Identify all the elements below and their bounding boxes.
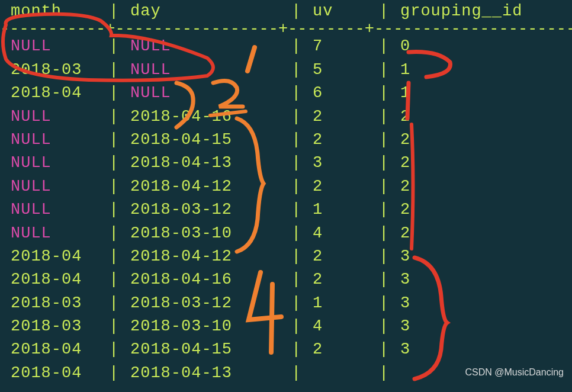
- column-separator: |: [109, 292, 120, 315]
- column-separator: |: [291, 245, 302, 268]
- cell-month: NULL: [0, 198, 109, 221]
- cell-day: 2018-04-16: [120, 105, 291, 128]
- cell-day: 2018-03-10: [120, 315, 291, 338]
- cell-grouping-id: 2: [390, 128, 538, 152]
- column-separator: |: [379, 35, 390, 58]
- column-separator: |: [291, 82, 302, 105]
- column-separator: |: [379, 175, 390, 198]
- header-uv: uv: [302, 0, 379, 23]
- cell-day: 2018-04-15: [120, 338, 291, 361]
- column-separator: |: [109, 198, 120, 221]
- cell-grouping-id: 3: [390, 292, 538, 315]
- column-separator: |: [291, 175, 302, 198]
- cell-grouping-id: 2: [390, 175, 538, 198]
- cell-uv: 3: [302, 152, 379, 175]
- cell-month: NULL: [0, 175, 109, 198]
- column-separator: |: [109, 59, 120, 82]
- cell-month: NULL: [0, 128, 109, 152]
- cell-grouping-id: 2: [390, 105, 538, 128]
- cell-month: 2018-03: [0, 315, 109, 338]
- cell-uv: 5: [302, 59, 379, 82]
- table-row: 2018-04|2018-04-15|2|3: [0, 338, 572, 361]
- table-row: NULL|2018-04-13|3|2: [0, 152, 572, 175]
- cell-month: NULL: [0, 152, 109, 175]
- column-separator: |: [109, 222, 120, 245]
- column-separator: |: [379, 105, 390, 128]
- table-row: NULL|2018-04-15|2|2: [0, 128, 572, 152]
- cell-day: 2018-03-12: [120, 198, 291, 221]
- column-separator: |: [109, 0, 120, 23]
- cell-grouping-id: 3: [390, 245, 538, 268]
- cell-grouping-id: 3: [390, 315, 538, 338]
- cell-month: 2018-04: [0, 268, 109, 291]
- table-row: NULL|2018-04-12|2|2: [0, 175, 572, 198]
- column-separator: |: [291, 0, 302, 23]
- column-separator: |: [379, 245, 390, 268]
- column-separator: |: [109, 175, 120, 198]
- column-separator: |: [109, 362, 120, 385]
- header-day: day: [120, 0, 291, 23]
- column-separator: |: [291, 105, 302, 128]
- cell-month: 2018-04: [0, 245, 109, 268]
- watermark-text: CSDN @MusicDancing: [465, 367, 564, 378]
- cell-day: 2018-04-13: [120, 362, 291, 385]
- cell-day: 2018-04-16: [120, 268, 291, 291]
- cell-grouping-id: 0: [390, 35, 538, 58]
- column-separator: |: [379, 152, 390, 175]
- column-separator: |: [379, 338, 390, 361]
- cell-grouping-id: 1: [390, 82, 538, 105]
- table-body: NULL|NULL|7|02018-03|NULL|5|12018-04|NUL…: [0, 35, 572, 385]
- column-separator: |: [379, 362, 390, 385]
- cell-month: 2018-04: [0, 338, 109, 361]
- cell-uv: 2: [302, 245, 379, 268]
- terminal-output: month | day | uv | grouping__id --------…: [0, 0, 572, 385]
- table-row: 2018-03|NULL|5|1: [0, 59, 572, 82]
- cell-uv: 2: [302, 128, 379, 152]
- cell-uv: 2: [302, 268, 379, 291]
- column-separator: |: [109, 315, 120, 338]
- column-separator: |: [379, 222, 390, 245]
- column-separator: |: [291, 198, 302, 221]
- column-separator: |: [379, 315, 390, 338]
- column-separator: |: [379, 198, 390, 221]
- cell-month: 2018-03: [0, 292, 109, 315]
- table-row: 2018-04|NULL|6|1: [0, 82, 572, 105]
- cell-month: NULL: [0, 105, 109, 128]
- column-separator: |: [109, 268, 120, 291]
- cell-day: 2018-04-12: [120, 245, 291, 268]
- column-separator: |: [291, 222, 302, 245]
- column-separator: |: [291, 268, 302, 291]
- cell-grouping-id: 3: [390, 338, 538, 361]
- table-row: 2018-04|2018-04-12|2|3: [0, 245, 572, 268]
- column-separator: |: [109, 82, 120, 105]
- cell-grouping-id: 2: [390, 152, 538, 175]
- table-row: NULL|NULL|7|0: [0, 35, 572, 58]
- cell-grouping-id: 1: [390, 59, 538, 82]
- cell-uv: 4: [302, 315, 379, 338]
- cell-uv: 6: [302, 82, 379, 105]
- column-separator: |: [109, 245, 120, 268]
- cell-day: NULL: [120, 35, 291, 58]
- column-separator: |: [291, 35, 302, 58]
- table-header-row: month | day | uv | grouping__id: [0, 0, 572, 23]
- column-separator: |: [109, 338, 120, 361]
- column-separator: |: [109, 152, 120, 175]
- column-separator: |: [291, 292, 302, 315]
- table-row: NULL|2018-03-10|4|2: [0, 222, 572, 245]
- cell-month: 2018-03: [0, 59, 109, 82]
- cell-day: 2018-04-15: [120, 128, 291, 152]
- table-row: NULL|2018-04-16|2|2: [0, 105, 572, 128]
- column-separator: |: [291, 59, 302, 82]
- cell-grouping-id: 2: [390, 198, 538, 221]
- cell-uv: 2: [302, 338, 379, 361]
- divider-line: -----------+-----------------+--------+-…: [0, 23, 572, 35]
- cell-day: 2018-04-12: [120, 175, 291, 198]
- cell-day: 2018-03-10: [120, 222, 291, 245]
- column-separator: |: [291, 338, 302, 361]
- cell-grouping-id: 2: [390, 222, 538, 245]
- column-separator: |: [109, 35, 120, 58]
- column-separator: |: [109, 105, 120, 128]
- column-separator: |: [291, 128, 302, 152]
- table-row: 2018-04|2018-04-16|2|3: [0, 268, 572, 291]
- cell-month: 2018-04: [0, 362, 109, 385]
